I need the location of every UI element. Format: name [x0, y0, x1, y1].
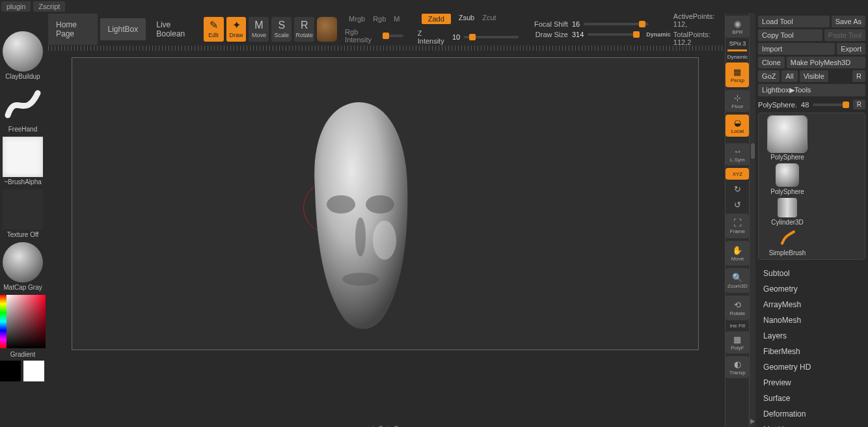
sub-panel-list: SubtoolGeometryArrayMeshNanoMeshLayersFi…: [758, 266, 865, 427]
edit-button[interactable]: ✎Edit: [204, 17, 224, 42]
expand-arrow-icon[interactable]: ▶: [750, 415, 755, 427]
subpanel-nanomesh[interactable]: NanoMesh: [758, 312, 865, 328]
floor-button[interactable]: ⊹Floor: [726, 90, 749, 112]
local-button[interactable]: ◒Local: [726, 115, 749, 137]
zsub-toggle[interactable]: Zsub: [459, 14, 474, 24]
subpanel-masking[interactable]: Masking: [758, 422, 865, 427]
swatch-primary[interactable]: [23, 361, 44, 381]
rotate-arc-button[interactable]: ↻: [726, 182, 749, 195]
tool-item-cylinder3d[interactable]: Cylinder3D: [761, 198, 813, 226]
move-icon: M: [254, 20, 263, 31]
polysphere-r-button[interactable]: R: [853, 100, 865, 109]
tool-item-simplebrush[interactable]: SimpleBrush: [761, 228, 813, 256]
lsym-button[interactable]: ↔L.Sym: [726, 143, 749, 165]
import-button[interactable]: Import: [758, 43, 835, 55]
bpr-button[interactable]: ◉BPR: [726, 16, 749, 38]
copytool-button[interactable]: Copy Tool: [758, 29, 822, 41]
sym-icon: ↔: [733, 146, 742, 156]
subpanel-arraymesh[interactable]: ArrayMesh: [758, 297, 865, 312]
zoom-icon: 🔍: [732, 273, 742, 282]
xyz-button[interactable]: XYZ: [726, 168, 749, 180]
svg-point-4: [373, 221, 396, 260]
goz-r-button[interactable]: R: [852, 70, 865, 82]
viewport-resize-handle[interactable]: ▬▬▬▬ ▲▼▲▼ ▬▬▬▬: [336, 424, 435, 427]
move-view-button[interactable]: ✋Move: [726, 241, 749, 266]
gyro-icon[interactable]: [317, 17, 337, 42]
drawsize-slider[interactable]: [588, 33, 640, 36]
goz-visible-button[interactable]: Visible: [800, 70, 828, 82]
scale-button[interactable]: SScale: [271, 17, 292, 42]
hand-icon: ✋: [732, 245, 742, 255]
move-button[interactable]: MMove: [249, 17, 269, 42]
dynamic-toggle[interactable]: Dynamic: [646, 31, 671, 38]
persp-button[interactable]: ▦Persp: [726, 62, 749, 87]
focalshift-value: 16: [572, 20, 580, 28]
right-tool-strip: ◉BPR SPix3 Dynamic ▦Persp ⊹Floor ◒Local …: [725, 13, 750, 427]
draw-icon: ✦: [232, 20, 241, 31]
transp-icon: ◐: [734, 359, 741, 369]
rgbintensity-slider[interactable]: [383, 34, 403, 37]
svg-point-0: [327, 195, 355, 214]
timeline-ruler[interactable]: [48, 46, 722, 51]
lightbox-tools-button[interactable]: Lightbox▶Tools: [758, 84, 865, 96]
zintensity-slider[interactable]: [464, 36, 519, 38]
export-button[interactable]: Export: [837, 43, 865, 55]
swatch-secondary[interactable]: [0, 361, 21, 381]
makepoly-button[interactable]: Make PolyMesh3D: [787, 57, 865, 68]
polysphere-value: 48: [801, 101, 809, 109]
scale-icon: S: [278, 20, 285, 31]
subpanel-layers[interactable]: Layers: [758, 328, 865, 344]
alpha-thumb[interactable]: [3, 137, 43, 177]
svg-point-2: [355, 217, 366, 256]
brush-label: ClayBuildup: [5, 73, 40, 80]
rotate-view-button[interactable]: ⟲Rotate: [726, 296, 749, 320]
loadtool-button[interactable]: Load Tool: [758, 16, 830, 27]
goz-button[interactable]: GoZ: [758, 70, 780, 82]
polysphere-slider[interactable]: [813, 103, 848, 106]
subpanel-geometry-hd[interactable]: Geometry HD: [758, 359, 865, 375]
svg-point-3: [342, 273, 379, 286]
rotate-arc2-button[interactable]: ↺: [726, 198, 749, 211]
focalshift-slider[interactable]: [584, 23, 649, 25]
subpanel-geometry[interactable]: Geometry: [758, 281, 865, 297]
local-icon: ◒: [734, 118, 741, 128]
tab-plugin[interactable]: plugin: [1, 1, 31, 12]
transp-button[interactable]: ◐Transp: [726, 356, 749, 378]
right-panel: Load Tool Save As Copy Tool Paste Tool I…: [755, 13, 868, 427]
vertical-scrollbar[interactable]: ▶: [750, 13, 755, 427]
zoom3d-button[interactable]: 🔍Zoom3D: [726, 268, 749, 293]
subpanel-subtool[interactable]: Subtool: [758, 266, 865, 281]
viewport[interactable]: [72, 57, 699, 350]
pastetool-button[interactable]: Paste Tool: [824, 29, 865, 41]
home-button[interactable]: Home Page: [48, 14, 98, 45]
material-thumb[interactable]: [3, 242, 43, 282]
zintensity-value: 10: [452, 33, 460, 41]
stroke-thumb[interactable]: [3, 84, 43, 124]
brush-thumb[interactable]: [3, 31, 43, 72]
rotate-button[interactable]: RRotate: [294, 17, 314, 42]
clone-button[interactable]: Clone: [758, 57, 785, 68]
frame-button[interactable]: ⛶Frame: [726, 214, 749, 238]
zcut-toggle[interactable]: Zcut: [482, 14, 496, 24]
lightbox-button[interactable]: LightBox: [100, 18, 146, 40]
sphere-icon: ◉: [734, 19, 741, 29]
sculpt-mesh[interactable]: [297, 90, 427, 338]
subpanel-fibermesh[interactable]: FiberMesh: [758, 344, 865, 359]
rgb-toggle[interactable]: Rgb: [373, 15, 386, 23]
tab-zscript[interactable]: Zscript: [33, 1, 65, 12]
tool-item-polysphere-active[interactable]: PolySphere: [761, 116, 813, 161]
zadd-toggle[interactable]: Zadd: [422, 14, 451, 24]
subpanel-deformation[interactable]: Deformation: [758, 406, 865, 422]
color-picker[interactable]: [0, 295, 46, 348]
texture-thumb[interactable]: [3, 189, 43, 230]
liveboolean-button[interactable]: Live Boolean: [148, 14, 200, 45]
mrgb-toggle[interactable]: Mrgb: [349, 15, 365, 23]
subpanel-surface[interactable]: Surface: [758, 391, 865, 406]
saveas-button[interactable]: Save As: [832, 16, 865, 27]
goz-all-button[interactable]: All: [781, 70, 797, 82]
subpanel-preview[interactable]: Preview: [758, 375, 865, 391]
draw-button[interactable]: ✦Draw: [226, 17, 247, 42]
tool-item-polysphere[interactable]: PolySphere: [761, 163, 813, 195]
polyf-button[interactable]: ▦PolyF: [726, 331, 749, 353]
m-toggle[interactable]: M: [394, 15, 400, 23]
